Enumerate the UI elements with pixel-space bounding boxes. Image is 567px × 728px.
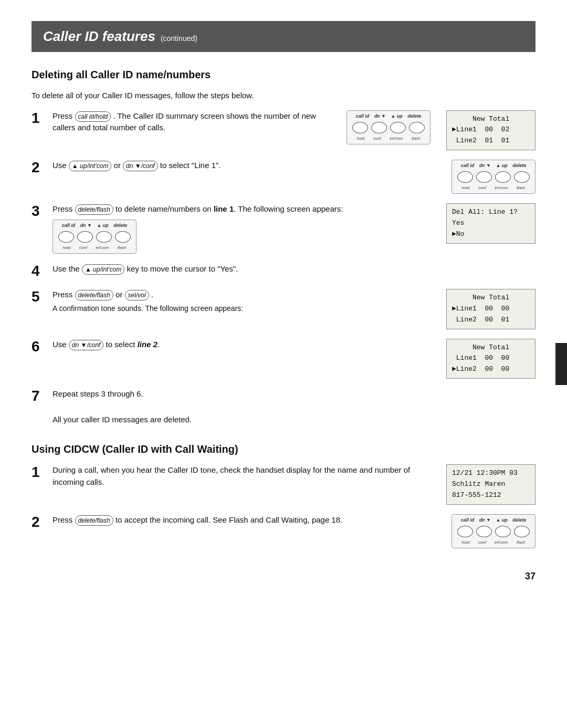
step-2: 2 Use ▲ up/int'com or dn ▼/conf to selec… [32,160,536,194]
btn-dn-conf-2: dn ▼/conf [123,161,158,171]
btn-delete-flash-5: delete/flash [75,290,113,300]
cidcw-step-number-2: 2 [32,514,47,531]
page-main-title: Caller ID features [43,26,155,47]
step6-text2: to select line 2. [106,340,160,349]
kb-btn-dn-3 [77,231,93,243]
kb-btn-dn [371,122,387,133]
page-sub-title: (continued) [161,33,197,44]
lcd-step5: New Total ►Line1 00 00 Line2 00 01 [446,289,536,329]
side-tab [555,343,567,385]
section1-footer: All your caller ID messages are deleted. [52,414,536,426]
step-6: 6 Use dn ▼/conf to select line 2. New To… [32,339,536,379]
step2-text1: Use [52,161,69,170]
cidcw-step-1: 1 During a call, when you hear the Calle… [32,464,536,504]
section1-intro: To delete all of your Caller ID messages… [32,90,536,102]
kb-btn-callid [352,122,368,133]
kb-btn-delete-3 [115,231,131,243]
btn-delete-flash-cidcw2: delete/flash [75,515,113,526]
step-number-6: 6 [32,339,47,355]
lcd-step6: New Total Line1 00 00 ►Line2 00 00 [446,339,536,379]
kb-btn-delete-cidcw [514,526,530,537]
cidcw-step1-text: During a call, when you hear the Caller … [52,464,430,488]
cidcw-step-number-1: 1 [32,464,47,481]
kb-btn-dn-cidcw [476,526,492,537]
section1-title: Deleting all Caller ID name/numbers [32,67,536,82]
lcd-cidcw-1: 12/21 12:30PM 03 Schlitz Maren 817-555-1… [446,464,536,504]
step5-text-mid: or [116,290,125,299]
step-number-3: 3 [32,203,47,220]
step5-text-after: . [151,290,153,299]
step-number-5: 5 [32,289,47,305]
keyboard-widget-cidcw2: call id dn ▼ ▲ up delete hold conf [452,514,536,549]
step6-text1: Use [52,340,69,349]
cidcw-step2-text1: Press [52,515,75,524]
lcd-step1: New Total ►Line1 00 02 Line2 01 01 [446,110,536,150]
btn-call-id-hold-1: call id/hold [75,111,111,122]
step-number-4: 4 [32,263,47,279]
step-number-2: 2 [32,160,47,176]
keyboard-widget-1: call id dn ▼ ▲ up delete hold [346,110,430,145]
step-3: 3 Press delete/flash to delete name/numb… [32,203,536,254]
step-4: 4 Use the ▲ up/int'com key to move the c… [32,263,536,279]
step2-text-after: to select "Line 1". [160,161,221,170]
btn-up-intcom-2: ▲ up/int'com [69,161,112,171]
step5-subtext: A confirmation tone sounds. The followin… [52,303,430,314]
kb-btn-callid-3 [58,231,74,243]
btn-delete-flash-3: delete/flash [75,204,113,215]
keyboard-widget-3: call id dn ▼ ▲ up delete [52,220,136,254]
page-number: 37 [32,569,536,584]
step1-text: Press [52,111,75,120]
btn-dn-conf-6: dn ▼/conf [69,340,104,350]
step-number-1: 1 [32,110,47,127]
btn-sel-vol-5: sel/vol [125,290,149,300]
keyboard-widget-2: call id dn ▼ ▲ up delete hold conf [452,160,536,194]
cidcw-step-2: 2 Press delete/flash to accept the incom… [32,514,536,549]
kb-btn-dn-2 [476,171,492,183]
step-1: 1 Press call id/hold . The Caller ID sum… [32,110,536,150]
step2-text-mid: or [114,161,123,170]
step4-text2: key to move the cursor to "Yes". [127,264,238,273]
section2-title: Using CIDCW (Caller ID with Call Waiting… [32,441,536,457]
step3-text1: Press [52,204,75,213]
kb-btn-callid-cidcw [457,526,473,537]
lcd-step3: Del All: Line 1? Yes ►No [446,203,536,243]
section-cidcw: Using CIDCW (Caller ID with Call Waiting… [32,441,536,548]
section-delete-caller-id: Deleting all Caller ID name/numbers To d… [32,67,536,425]
step-number-7: 7 [32,388,47,404]
step-7: 7 Repeat steps 3 through 6. [32,388,536,404]
header-banner: Caller ID features (continued) [32,21,536,52]
step5-text1: Press [52,290,75,299]
cidcw-step2-text2: to accept the incoming call. See Flash a… [116,515,342,524]
kb-btn-up-2 [495,171,511,183]
kb-btn-delete-2 [514,171,530,183]
kb-btn-delete [409,122,425,133]
kb-btn-up-3 [96,231,112,243]
kb-btn-up [390,122,406,133]
step7-text: Repeat steps 3 through 6. [52,389,143,398]
step4-text1: Use the [52,264,82,273]
btn-up-intcom-4: ▲ up/int'com [82,264,125,275]
kb-btn-up-cidcw [495,526,511,537]
kb-btn-callid-2 [457,171,473,183]
step3-text2: to delete name/numbers on line 1. The fo… [116,204,343,213]
step-5: 5 Press delete/flash or sel/vol . A conf… [32,289,536,329]
